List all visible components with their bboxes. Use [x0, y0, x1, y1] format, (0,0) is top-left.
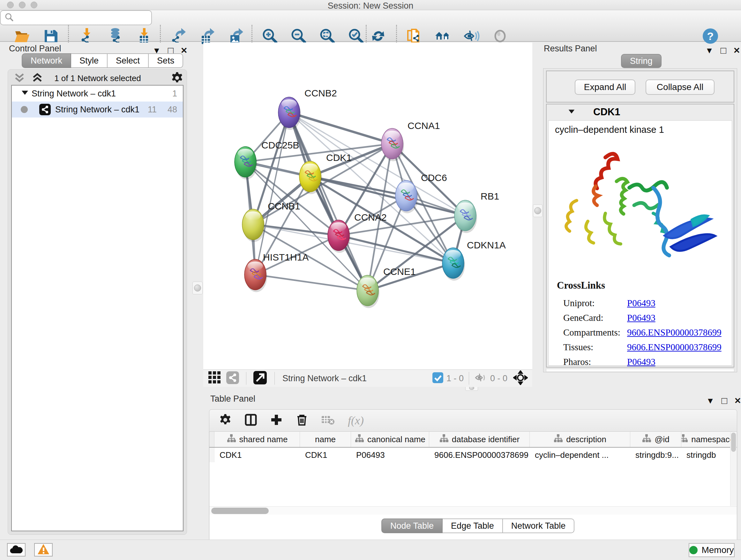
section-expander-icon[interactable]	[568, 108, 576, 117]
panel-float-icon[interactable]: □	[721, 45, 726, 56]
tab-edge-table[interactable]: Edge Table	[443, 518, 503, 533]
cloud-icon	[10, 544, 23, 555]
copy-document-button[interactable]	[405, 27, 422, 45]
crosslinks-title: CrossLinks	[557, 280, 605, 291]
panel-float-icon[interactable]: □	[722, 395, 727, 406]
help-button[interactable]: ?	[703, 28, 718, 44]
shared-column-icon	[553, 434, 563, 445]
table-cell[interactable]: cyclin–dependent ...	[530, 448, 630, 462]
tab-sets[interactable]: Sets	[149, 53, 183, 68]
column-header-namespace[interactable]: namespace	[681, 432, 732, 447]
edge-CCNB2-CCNE1[interactable]	[289, 112, 367, 291]
table-cell[interactable]: CDK1	[300, 448, 351, 462]
node-label-CCNE1: CCNE1	[383, 266, 416, 277]
node-CCNA1[interactable]: CCNA1	[381, 120, 440, 161]
column-header-name[interactable]: name	[300, 432, 351, 447]
results-scrollbar-track[interactable]	[546, 369, 734, 372]
add-column-icon[interactable]	[270, 414, 283, 428]
column-header-@id[interactable]: @id	[630, 432, 681, 447]
table-options-gear-icon[interactable]	[219, 414, 232, 428]
warnings-button[interactable]	[34, 543, 53, 557]
crosslink-link[interactable]: P06493	[627, 313, 656, 323]
column-header-description[interactable]: description	[530, 432, 630, 447]
gene-section-header[interactable]: CDK1	[547, 105, 734, 120]
network-row-selected[interactable]: String Network – cdk1 11 48	[12, 102, 183, 118]
panel-close-icon[interactable]: ✕	[733, 46, 740, 56]
save-session-button[interactable]	[42, 27, 59, 45]
panel-close-icon[interactable]: ✕	[734, 396, 741, 406]
column-header-shared-name[interactable]: shared name	[214, 432, 300, 447]
node-RB1[interactable]: RB1	[455, 191, 499, 233]
zoom-fit-button[interactable]	[319, 27, 336, 45]
node-label-CDC6: CDC6	[421, 172, 447, 183]
warning-icon	[37, 543, 50, 556]
export-network-button[interactable]	[169, 27, 186, 45]
hidden-eye-icon[interactable]	[474, 371, 487, 385]
crosslink-row: Tissues:9606.ENSP00000378699	[563, 340, 729, 354]
memory-label: Memory	[701, 545, 734, 555]
crosslink-link[interactable]: 9606.ENSP00000378699	[627, 342, 722, 353]
panel-menu-icon[interactable]: ▼	[705, 46, 714, 56]
import-network-button[interactable]	[78, 27, 95, 45]
delete-column-icon[interactable]	[295, 414, 308, 428]
show-columns-icon[interactable]	[245, 414, 257, 428]
eye-button[interactable]	[491, 27, 509, 45]
export-table-button[interactable]	[198, 27, 215, 45]
table-vertical-scrollbar[interactable]	[730, 432, 737, 506]
table-cell[interactable]: stringdb:9...	[630, 448, 681, 462]
crosslink-link[interactable]: P06493	[627, 357, 656, 367]
eye-slash-button[interactable]	[463, 27, 480, 45]
tab-select[interactable]: Select	[108, 53, 149, 68]
crosslink-link[interactable]: 9606.ENSP00000378699	[627, 327, 722, 338]
table-row[interactable]: CDK1CDK1P064939606.ENSP00000378699cyclin…	[209, 448, 737, 462]
cloud-button[interactable]	[7, 543, 25, 557]
node-label-CCNA2: CCNA2	[354, 212, 387, 223]
zoom-out-button[interactable]	[290, 27, 307, 45]
import-table-button[interactable]	[135, 27, 152, 45]
refresh-button[interactable]	[369, 27, 387, 45]
edge-CCNB2-HIST1H1A[interactable]	[255, 112, 289, 274]
tab-style[interactable]: Style	[71, 53, 108, 68]
zoom-selected-button[interactable]	[347, 27, 365, 45]
memory-button[interactable]: Memory	[689, 543, 735, 557]
tab-node-table[interactable]: Node Table	[381, 518, 443, 533]
panel-divider-handle[interactable]	[192, 282, 203, 294]
collection-label: String Network – cdk1	[31, 89, 116, 99]
crosslink-row: Pharos:P06493	[563, 354, 729, 369]
collapse-all-button[interactable]: Collapse All	[646, 79, 715, 95]
share-view-icon[interactable]	[226, 371, 239, 385]
network-options-gear-icon[interactable]	[171, 71, 184, 85]
edge-HIST1H1A-CCNE1[interactable]	[255, 274, 367, 291]
node-CCNE1[interactable]: CCNE1	[357, 266, 416, 308]
column-header-canonical-name[interactable]: canonical name	[351, 432, 429, 447]
memory-status-dot	[689, 546, 697, 554]
table-cell[interactable]: 9606.ENSP00000378699	[429, 448, 530, 462]
panel-menu-icon[interactable]: ▼	[706, 396, 715, 406]
table-cell[interactable]: P06493	[351, 448, 429, 462]
edge-CCNB2-CCNA1[interactable]	[289, 112, 392, 144]
tab-network-table[interactable]: Network Table	[503, 518, 575, 533]
node-label-CCNB1: CCNB1	[268, 201, 300, 211]
node-CDKN1A[interactable]: CDKN1A	[442, 240, 506, 281]
detach-view-icon[interactable]	[253, 371, 267, 386]
export-image-button[interactable]	[226, 27, 244, 45]
zoom-in-button[interactable]	[261, 27, 279, 45]
network-canvas[interactable]: CCNB2 CCNA1 CDC25B CDK1 CDC6	[203, 43, 532, 369]
search-input[interactable]	[0, 10, 152, 25]
column-header-database-identifier[interactable]: database identifier	[429, 432, 530, 447]
crosslink-link[interactable]: P06493	[627, 298, 656, 308]
grid-view-icon[interactable]	[208, 371, 221, 385]
selected-checkbox-icon[interactable]	[432, 372, 443, 384]
import-database-button[interactable]	[107, 27, 124, 45]
fit-content-icon[interactable]	[513, 370, 528, 386]
network-collection-row[interactable]: String Network – cdk1 1	[12, 85, 183, 102]
table-cell[interactable]: CDK1	[214, 448, 300, 462]
table-cell[interactable]: stringdb	[681, 448, 732, 462]
houses-button[interactable]	[434, 27, 451, 45]
tree-expander-icon[interactable]	[21, 88, 31, 99]
table-horizontal-scrollbar[interactable]	[209, 506, 737, 515]
tab-string[interactable]: String	[621, 54, 662, 68]
expand-all-button[interactable]: Expand All	[575, 79, 635, 95]
tab-network[interactable]: Network	[22, 53, 71, 68]
open-file-button[interactable]	[13, 27, 30, 45]
